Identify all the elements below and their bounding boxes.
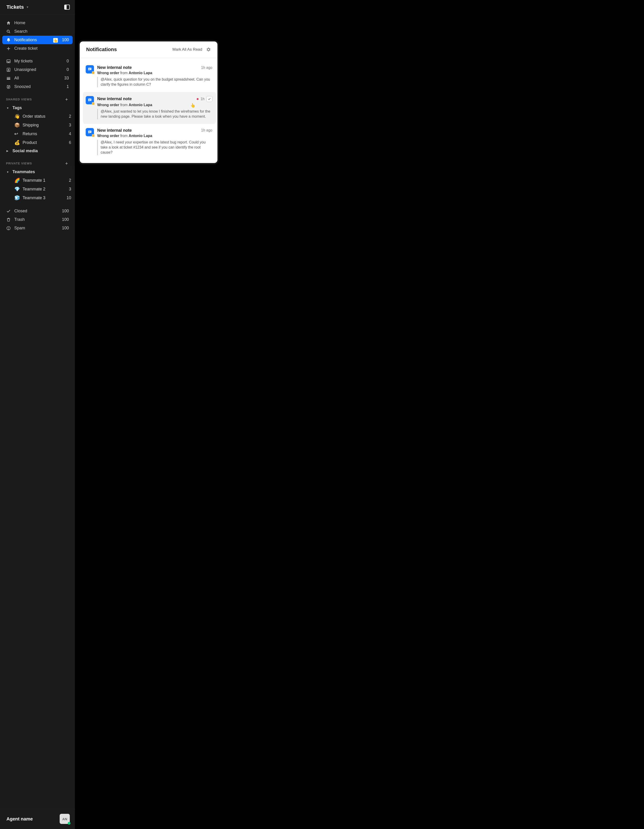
chevron-down-icon: ▼ bbox=[6, 107, 10, 109]
main-area: Notifications Mark All As Read New inter… bbox=[75, 0, 644, 829]
tree-item-label: Shipping bbox=[22, 123, 39, 128]
home-icon bbox=[6, 21, 11, 25]
nav-count: 0 bbox=[66, 59, 69, 63]
emoji-icon: 📦 bbox=[14, 122, 20, 128]
nav-label: Unassigned bbox=[14, 67, 36, 72]
snooze-icon bbox=[6, 85, 11, 89]
settings-gear-icon[interactable] bbox=[206, 47, 211, 52]
notification-body: @Alex, just wanted to let you know I fin… bbox=[97, 109, 212, 119]
mark-read-button[interactable] bbox=[206, 96, 212, 102]
check-icon bbox=[6, 209, 11, 213]
notification-body: @Alex, quick question for you on the bud… bbox=[97, 77, 212, 87]
notification-title: New internal note bbox=[97, 128, 132, 133]
tree-group-social-media[interactable]: ▶Social media bbox=[0, 147, 75, 155]
notifications-panel: Notifications Mark All As Read New inter… bbox=[80, 41, 218, 163]
plus-icon bbox=[6, 46, 11, 51]
footer-spam[interactable]: Spam100 bbox=[2, 224, 73, 232]
panel-toggle-icon[interactable] bbox=[64, 5, 70, 9]
chat-icon bbox=[86, 96, 94, 104]
tree-item-count: 2 bbox=[69, 114, 71, 119]
nav-notifications[interactable]: Notifications100👆 bbox=[2, 36, 73, 44]
nav-label: Search bbox=[14, 29, 27, 34]
nav-count: 33 bbox=[64, 76, 69, 80]
notification-meta: Wrong order from Antonio Lapa bbox=[97, 134, 212, 138]
notification-meta: Wrong order from Antonio Lapa bbox=[97, 71, 212, 75]
agent-name[interactable]: Agent name bbox=[6, 816, 33, 822]
workspace-title: Tickets bbox=[6, 4, 24, 10]
user-badge-icon bbox=[6, 68, 11, 72]
add-shared-view-button[interactable]: ＋ bbox=[65, 96, 69, 102]
emoji-icon: 🌈 bbox=[14, 178, 20, 183]
list-snoozed[interactable]: Snoozed1 bbox=[2, 82, 73, 91]
nav-home[interactable]: Home bbox=[2, 19, 73, 27]
emoji-icon: 💰 bbox=[14, 140, 20, 145]
tree-item-teammate-2[interactable]: 💎Teammate 23 bbox=[0, 185, 75, 194]
svg-rect-8 bbox=[7, 78, 10, 79]
nav-count: 100 bbox=[62, 226, 69, 230]
list-unassigned[interactable]: Unassigned0 bbox=[2, 65, 73, 74]
chevron-right-icon: ▶ bbox=[6, 150, 10, 153]
notification-title: New internal note bbox=[97, 96, 132, 101]
tree-item-teammate-3[interactable]: 🧊Teammate 310 bbox=[0, 194, 75, 202]
cursor-icon: 👆 bbox=[53, 38, 58, 43]
sidebar: Tickets ▼ HomeSearchNotifications100👆Cre… bbox=[0, 0, 75, 829]
svg-point-0 bbox=[7, 30, 9, 32]
chat-icon bbox=[86, 65, 94, 74]
footer-closed[interactable]: Closed100 bbox=[2, 207, 73, 215]
notification-time: 1h bbox=[200, 97, 205, 101]
list-my-tickets[interactable]: My tickets0 bbox=[2, 57, 73, 65]
cursor-icon: 👆 bbox=[190, 103, 195, 108]
private-views-label: PRIVATE VIEWS bbox=[6, 162, 32, 165]
emoji-icon: 🧊 bbox=[14, 195, 20, 200]
tree-item-count: 4 bbox=[69, 131, 71, 136]
shared-views-header: SHARED VIEWS ＋ bbox=[0, 91, 75, 104]
workspace-switcher[interactable]: Tickets ▼ bbox=[6, 4, 29, 10]
tree-group-teammates[interactable]: ▼Teammates bbox=[0, 168, 75, 176]
nav-label: Notifications bbox=[14, 38, 37, 43]
notification-item[interactable]: New internal note1h agoWrong order from … bbox=[83, 124, 216, 160]
agent-avatar[interactable]: AN bbox=[60, 814, 70, 824]
tree-item-returns[interactable]: ↩Returns4 bbox=[0, 129, 75, 138]
footer-trash[interactable]: Trash100 bbox=[2, 215, 73, 224]
notification-time: 1h ago bbox=[201, 128, 212, 132]
tree-item-count: 10 bbox=[66, 195, 71, 200]
nav-label: Spam bbox=[14, 226, 25, 230]
private-views-header: PRIVATE VIEWS ＋ bbox=[0, 155, 75, 168]
tree-item-label: Product bbox=[22, 140, 37, 145]
trash-icon bbox=[6, 217, 11, 222]
inbox-icon bbox=[6, 59, 11, 63]
tree-item-product[interactable]: 💰Product6 bbox=[0, 138, 75, 147]
search-icon bbox=[6, 29, 11, 34]
tree-item-label: Teammate 2 bbox=[22, 187, 45, 192]
notification-body: @Alex, I need your expertise on the late… bbox=[97, 140, 212, 155]
notification-item[interactable]: New internal note1h agoWrong order from … bbox=[83, 61, 216, 92]
notifications-list: New internal note1h agoWrong order from … bbox=[80, 58, 218, 163]
tree-item-label: Returns bbox=[22, 131, 37, 136]
alert-icon bbox=[6, 226, 11, 230]
nav-label: All bbox=[14, 76, 19, 80]
agent-initials: AN bbox=[62, 817, 67, 821]
nav-create-ticket[interactable]: Create ticket bbox=[2, 44, 73, 53]
tree-item-shipping[interactable]: 📦Shipping3 bbox=[0, 121, 75, 129]
notification-item[interactable]: New internal note1hWrong order from Anto… bbox=[83, 92, 216, 124]
notification-time: 1h ago bbox=[201, 66, 212, 70]
nav-label: My tickets bbox=[14, 59, 33, 63]
emoji-icon: 👋 bbox=[14, 113, 20, 119]
add-private-view-button[interactable]: ＋ bbox=[65, 161, 69, 166]
panel-title: Notifications bbox=[86, 47, 169, 52]
panel-header: Notifications Mark All As Read bbox=[80, 41, 218, 58]
list-all[interactable]: All33 bbox=[2, 74, 73, 82]
tree-item-count: 6 bbox=[69, 140, 71, 145]
tree-item-teammate-1[interactable]: 🌈Teammate 12 bbox=[0, 176, 75, 185]
sidebar-header: Tickets ▼ bbox=[0, 0, 75, 14]
nav-count: 100 bbox=[62, 217, 69, 222]
tree-group-tags[interactable]: ▼Tags bbox=[0, 104, 75, 112]
svg-point-6 bbox=[8, 69, 9, 70]
emoji-icon: 💎 bbox=[14, 186, 20, 192]
chevron-down-icon: ▼ bbox=[6, 171, 10, 173]
mark-all-read-button[interactable]: Mark All As Read bbox=[172, 47, 202, 52]
nav-count: 0 bbox=[66, 67, 69, 72]
tree-item-count: 3 bbox=[69, 187, 71, 192]
tree-item-order-status[interactable]: 👋Order status2 bbox=[0, 112, 75, 121]
nav-search[interactable]: Search bbox=[2, 27, 73, 36]
